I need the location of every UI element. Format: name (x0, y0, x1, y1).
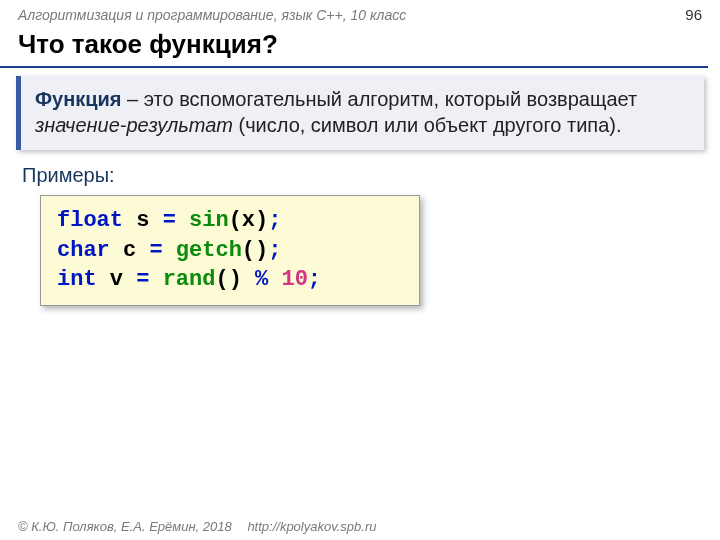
footer-url: http://kpolyakov.spb.ru (247, 519, 376, 534)
code-line-3: int v = rand() % 10; (57, 265, 403, 295)
code-line-2: char c = getch(); (57, 236, 403, 266)
definition-dash: – (122, 88, 144, 110)
course-label: Алгоритмизация и программирование, язык … (18, 7, 406, 23)
slide-title: Что такое функция? (0, 25, 720, 66)
header-bar: Алгоритмизация и программирование, язык … (0, 0, 720, 25)
literal-10: 10 (281, 267, 307, 292)
code-box: float s = sin(x); char c = getch(); int … (40, 195, 420, 306)
definition-italic: значение-результат (35, 114, 233, 136)
keyword-float: float (57, 208, 123, 233)
page-number: 96 (685, 6, 702, 23)
keyword-int: int (57, 267, 97, 292)
definition-term: Функция (35, 88, 122, 110)
definition-body2: (число, символ или объект другого типа). (233, 114, 622, 136)
func-sin: sin (189, 208, 229, 233)
examples-label: Примеры: (0, 162, 720, 195)
code-line-1: float s = sin(x); (57, 206, 403, 236)
footer: © К.Ю. Поляков, Е.А. Ерёмин, 2018 http:/… (18, 519, 376, 534)
definition-body1: это вспомогательный алгоритм, который во… (144, 88, 637, 110)
title-underline (0, 66, 708, 68)
definition-box: Функция – это вспомогательный алгоритм, … (16, 76, 704, 150)
keyword-char: char (57, 238, 110, 263)
func-getch: getch (176, 238, 242, 263)
footer-copyright: © К.Ю. Поляков, Е.А. Ерёмин, 2018 (18, 519, 232, 534)
func-rand: rand (163, 267, 216, 292)
